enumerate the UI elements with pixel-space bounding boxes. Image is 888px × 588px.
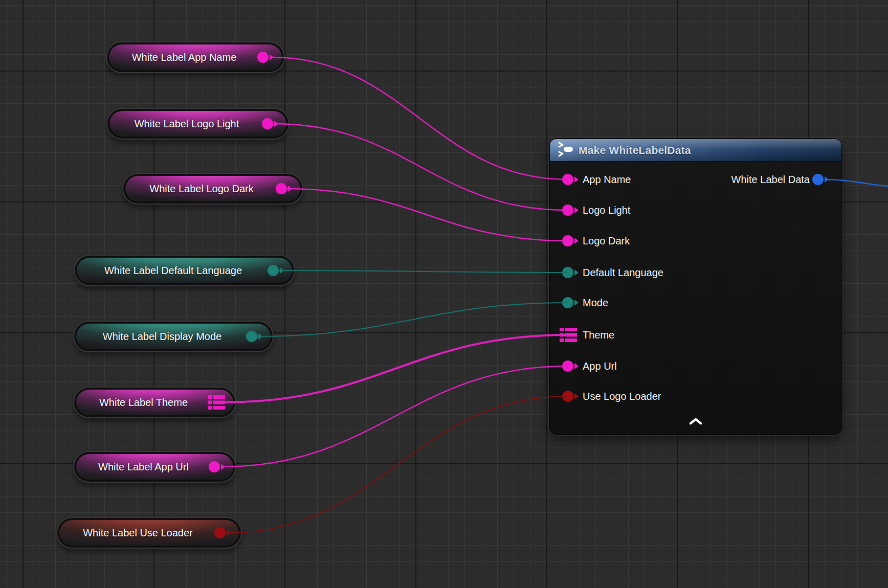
input-row-theme: Theme bbox=[550, 326, 693, 344]
blueprint-graph-canvas[interactable]: { "app": "Unreal Engine Blueprint Graph"… bbox=[0, 0, 888, 588]
output-pin-enum[interactable] bbox=[246, 331, 257, 342]
pin-label: Theme bbox=[583, 329, 614, 341]
variable-node-app-name[interactable]: White Label App Name bbox=[106, 41, 285, 73]
pin-label: Use Logo Loader bbox=[583, 391, 661, 402]
pin-label: White Label Data bbox=[731, 174, 810, 186]
variable-node-default-language[interactable]: White Label Default Language bbox=[74, 255, 295, 286]
output-row-white-label-data: White Label Data bbox=[688, 171, 841, 188]
input-row-default-language: Default Language bbox=[550, 264, 703, 281]
variable-node-logo-dark[interactable]: White Label Logo Dark bbox=[122, 173, 303, 205]
output-pin-string[interactable] bbox=[257, 52, 269, 63]
struct-pin-icon[interactable] bbox=[208, 395, 225, 412]
output-pin-struct[interactable] bbox=[812, 174, 824, 185]
make-struct-icon bbox=[557, 142, 573, 159]
input-row-logo-light: Logo Light bbox=[550, 201, 693, 219]
input-row-mode: Mode bbox=[550, 294, 693, 311]
output-pin-string[interactable] bbox=[276, 183, 287, 194]
output-pin-bool[interactable] bbox=[214, 527, 226, 538]
pin-label: Mode bbox=[583, 297, 608, 309]
pin-label: App Url bbox=[583, 360, 617, 372]
input-row-app-url: App Url bbox=[550, 357, 693, 375]
input-row-use-logo-loader: Use Logo Loader bbox=[550, 388, 703, 405]
variable-label: White Label Logo Light bbox=[135, 118, 239, 130]
pin-label: Logo Dark bbox=[583, 235, 630, 247]
variable-node-use-loader[interactable]: White Label Use Loader bbox=[56, 517, 242, 549]
variable-node-theme[interactable]: White Label Theme bbox=[73, 387, 236, 418]
variable-label: White Label Display Mode bbox=[103, 331, 221, 343]
pin-label: Logo Light bbox=[583, 205, 630, 216]
variable-node-logo-light[interactable]: White Label Logo Light bbox=[106, 108, 290, 140]
variable-label: White Label Use Loader bbox=[83, 527, 193, 539]
node-header[interactable]: Make WhiteLabelData bbox=[550, 139, 841, 162]
node-title: Make WhiteLabelData bbox=[579, 144, 691, 156]
input-row-logo-dark: Logo Dark bbox=[550, 232, 693, 250]
variable-label: White Label App Name bbox=[132, 52, 237, 63]
output-pin-string[interactable] bbox=[209, 461, 220, 472]
variable-label: White Label Default Language bbox=[104, 265, 242, 277]
output-pin-enum[interactable] bbox=[268, 265, 279, 276]
variable-node-app-url[interactable]: White Label App Url bbox=[73, 451, 236, 483]
input-row-app-name: App Name bbox=[550, 171, 693, 188]
pin-label: App Name bbox=[583, 174, 631, 186]
variable-label: White Label Theme bbox=[99, 397, 188, 409]
pin-label: Default Language bbox=[583, 267, 663, 279]
variable-label: White Label App Url bbox=[98, 461, 189, 473]
chevron-up-icon[interactable] bbox=[689, 417, 703, 425]
make-whitelabeldata-node[interactable]: Make WhiteLabelData App Name Logo Light … bbox=[550, 139, 841, 434]
variable-node-display-mode[interactable]: White Label Display Mode bbox=[73, 321, 274, 352]
output-pin-string[interactable] bbox=[262, 118, 273, 129]
variable-label: White Label Logo Dark bbox=[149, 183, 253, 195]
